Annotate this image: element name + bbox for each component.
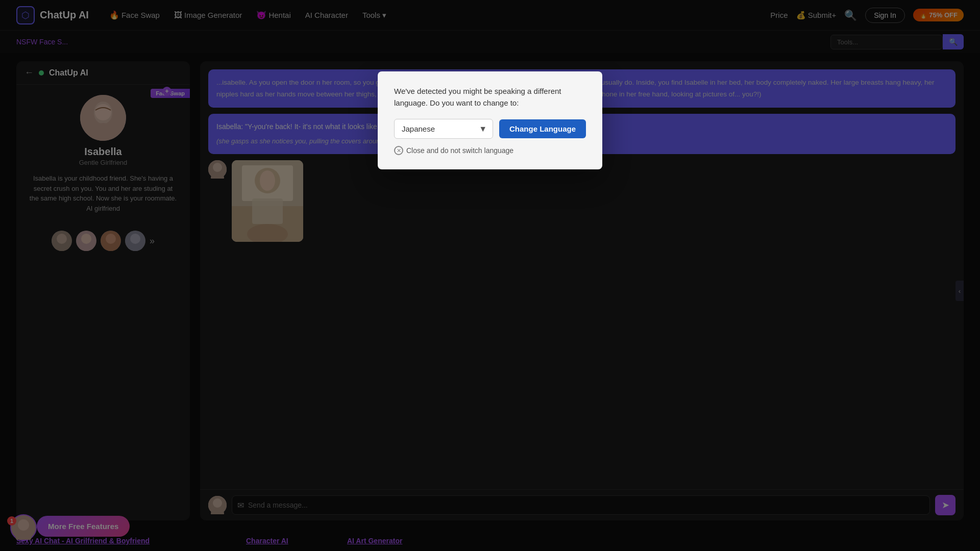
close-language-link[interactable]: ✕ Close and do not switch language [394,146,586,155]
close-link-text: Close and do not switch language [406,146,513,155]
modal-controls: Japanese English ▼ Change Language [394,119,586,139]
modal-message: We've detected you might be speaking a d… [394,86,586,109]
language-select[interactable]: Japanese English [394,119,493,139]
language-modal: We've detected you might be speaking a d… [378,71,602,169]
language-select-wrap: Japanese English ▼ [394,119,493,139]
change-language-button[interactable]: Change Language [499,119,586,138]
close-circle-icon: ✕ [394,146,403,155]
modal-overlay: We've detected you might be speaking a d… [0,0,980,551]
